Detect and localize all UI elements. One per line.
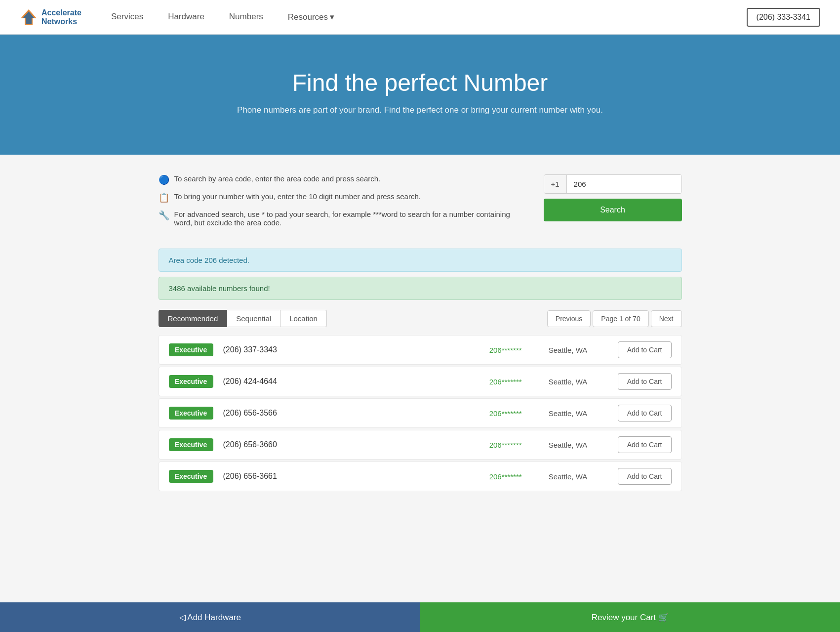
number-location: Seattle, WA bbox=[549, 441, 608, 449]
phone-number: (206) 656-3661 bbox=[223, 472, 480, 481]
search-input-row: +1 bbox=[544, 174, 682, 194]
next-button[interactable]: Next bbox=[651, 310, 682, 327]
tab-recommended[interactable]: Recommended bbox=[159, 310, 228, 327]
hero-subtitle: Phone numbers are part of your brand. Fi… bbox=[10, 105, 830, 115]
main-nav: Services Hardware Numbers Resources bbox=[111, 12, 747, 22]
search-tips: 🔵 To search by area code, enter the area… bbox=[159, 174, 524, 234]
number-masked: 206******* bbox=[489, 472, 539, 481]
search-section: 🔵 To search by area code, enter the area… bbox=[159, 174, 682, 234]
add-to-cart-button[interactable]: Add to Cart bbox=[618, 468, 672, 485]
tier-badge: Executive bbox=[169, 438, 213, 451]
logo-line2: Networks bbox=[41, 17, 81, 26]
hero-section: Find the perfect Number Phone numbers ar… bbox=[0, 35, 840, 155]
phone-number: (206) 424-4644 bbox=[223, 377, 480, 386]
tip-3: 🔧 For advanced search, use * to pad your… bbox=[159, 210, 524, 227]
add-to-cart-button[interactable]: Add to Cart bbox=[618, 405, 672, 421]
tab-sequential[interactable]: Sequential bbox=[227, 310, 280, 327]
country-code: +1 bbox=[544, 175, 567, 193]
number-location: Seattle, WA bbox=[549, 346, 608, 354]
nav-services[interactable]: Services bbox=[111, 12, 143, 22]
chevron-down-icon bbox=[330, 12, 334, 22]
main-content: 🔵 To search by area code, enter the area… bbox=[149, 155, 692, 543]
svg-marker-1 bbox=[23, 11, 35, 24]
logo: Accelerate Networks bbox=[20, 8, 81, 26]
number-list: Executive (206) 337-3343 206******* Seat… bbox=[159, 335, 682, 491]
table-row: Executive (206) 337-3343 206******* Seat… bbox=[159, 335, 682, 365]
number-masked: 206******* bbox=[489, 409, 539, 418]
pagination: Previous Page 1 of 70 Next bbox=[547, 310, 682, 327]
phone-number: (206) 656-3660 bbox=[223, 440, 480, 449]
area-code-alert: Area code 206 detected. bbox=[159, 249, 682, 272]
number-location: Seattle, WA bbox=[549, 472, 608, 481]
search-button[interactable]: Search bbox=[544, 199, 682, 221]
tip1-icon: 🔵 bbox=[159, 174, 169, 185]
tier-badge: Executive bbox=[169, 343, 213, 356]
table-row: Executive (206) 656-3566 206******* Seat… bbox=[159, 398, 682, 428]
header: Accelerate Networks Services Hardware Nu… bbox=[0, 0, 840, 35]
phone-number: (206) 656-3566 bbox=[223, 409, 480, 418]
number-location: Seattle, WA bbox=[549, 409, 608, 418]
nav-resources[interactable]: Resources bbox=[288, 12, 334, 22]
add-to-cart-button[interactable]: Add to Cart bbox=[618, 436, 672, 453]
search-input[interactable] bbox=[567, 175, 681, 193]
tip3-icon: 🔧 bbox=[159, 210, 169, 221]
hero-title: Find the perfect Number bbox=[10, 69, 830, 96]
nav-numbers[interactable]: Numbers bbox=[229, 12, 263, 22]
add-to-cart-button[interactable]: Add to Cart bbox=[618, 341, 672, 358]
number-masked: 206******* bbox=[489, 346, 539, 354]
number-masked: 206******* bbox=[489, 441, 539, 449]
table-row: Executive (206) 656-3660 206******* Seat… bbox=[159, 430, 682, 460]
search-widget: +1 Search bbox=[544, 174, 682, 234]
tier-badge: Executive bbox=[169, 470, 213, 483]
add-to-cart-button[interactable]: Add to Cart bbox=[618, 373, 672, 390]
tabs: Recommended Sequential Location bbox=[159, 310, 327, 327]
logo-line1: Accelerate bbox=[41, 8, 81, 17]
tier-badge: Executive bbox=[169, 375, 213, 388]
tip-1: 🔵 To search by area code, enter the area… bbox=[159, 174, 524, 185]
tip-2: 📋 To bring your number with you, enter t… bbox=[159, 192, 524, 203]
tabs-pagination-row: Recommended Sequential Location Previous… bbox=[159, 310, 682, 327]
phone-number: (206) 337-3343 bbox=[223, 345, 480, 354]
table-row: Executive (206) 656-3661 206******* Seat… bbox=[159, 462, 682, 491]
logo-icon bbox=[20, 8, 38, 26]
tab-location[interactable]: Location bbox=[280, 310, 327, 327]
number-location: Seattle, WA bbox=[549, 378, 608, 386]
phone-button[interactable]: (206) 333-3341 bbox=[747, 8, 820, 27]
numbers-found-alert: 3486 available numbers found! bbox=[159, 277, 682, 300]
nav-hardware[interactable]: Hardware bbox=[168, 12, 204, 22]
number-masked: 206******* bbox=[489, 378, 539, 386]
page-info: Page 1 of 70 bbox=[593, 310, 648, 327]
table-row: Executive (206) 424-4644 206******* Seat… bbox=[159, 367, 682, 396]
tier-badge: Executive bbox=[169, 407, 213, 420]
tip2-icon: 📋 bbox=[159, 192, 169, 203]
previous-button[interactable]: Previous bbox=[547, 310, 591, 327]
